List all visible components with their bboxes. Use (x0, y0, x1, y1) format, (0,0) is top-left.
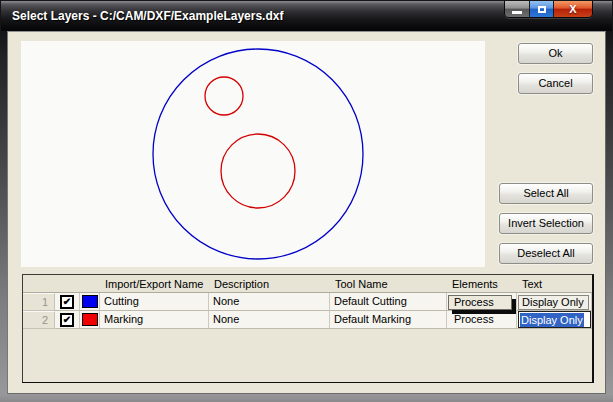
layer-color-swatch[interactable] (82, 313, 98, 326)
elements-dropdown[interactable]: Process (448, 295, 512, 310)
elements-cell[interactable]: Process (447, 311, 517, 329)
preview-circle (153, 49, 363, 259)
text-edit-field[interactable]: Display Only (518, 311, 591, 328)
name-cell[interactable]: Cutting (100, 293, 209, 311)
preview-circle (221, 134, 295, 208)
row-number: 2 (23, 311, 55, 329)
tool-name-cell[interactable]: Default Cutting (330, 293, 447, 311)
window-title: Select Layers - C:/CAM/DXF/ExampleLayers… (12, 9, 283, 23)
maximize-button[interactable] (529, 1, 553, 17)
tool-name-cell[interactable]: Default Marking (330, 311, 447, 329)
table-empty-area[interactable] (23, 329, 592, 382)
layer-checkbox[interactable]: ✔ (60, 295, 74, 309)
table-row: 1 ✔ Cutting None Default Cutting Process… (23, 293, 592, 311)
preview-svg (21, 41, 485, 267)
table-row: 2 ✔ Marking None Default Marking Process… (23, 311, 592, 329)
invert-selection-button[interactable]: Invert Selection (499, 213, 593, 234)
minimize-icon (512, 11, 522, 14)
name-cell[interactable]: Marking (100, 311, 209, 329)
maximize-icon (538, 6, 546, 13)
text-cell: Display Only (517, 311, 592, 329)
select-all-button[interactable]: Select All (499, 183, 593, 204)
header-text: Text (517, 275, 592, 293)
dialog-window: Select Layers - C:/CAM/DXF/ExampleLayers… (0, 0, 613, 402)
header-color (80, 275, 100, 293)
dialog-client-area: Ok Cancel Select All Invert Selection De… (7, 31, 606, 394)
layer-preview-canvas[interactable] (21, 41, 485, 267)
minimize-button[interactable] (505, 1, 529, 17)
layers-table: Import/Export Name Description Tool Name… (22, 274, 594, 383)
checkbox-cell: ✔ (55, 293, 80, 311)
header-elements: Elements (447, 275, 517, 293)
close-icon: X (569, 4, 576, 15)
header-checkbox (55, 275, 80, 293)
text-dropdown[interactable]: Display Only (518, 295, 589, 310)
elements-cell: Process (447, 293, 517, 311)
checkbox-cell: ✔ (55, 311, 80, 329)
deselect-all-button[interactable]: Deselect All (499, 243, 593, 264)
ok-button[interactable]: Ok (518, 43, 593, 64)
description-cell[interactable]: None (209, 293, 330, 311)
header-rownum (23, 275, 55, 293)
header-description: Description (209, 275, 330, 293)
close-button[interactable]: X (553, 1, 592, 17)
layer-color-swatch[interactable] (82, 295, 98, 308)
color-cell (80, 293, 100, 311)
check-icon: ✔ (63, 315, 71, 325)
row-number: 1 (23, 293, 55, 311)
cancel-button[interactable]: Cancel (518, 73, 593, 94)
layer-checkbox[interactable]: ✔ (60, 313, 74, 327)
title-bar[interactable]: Select Layers - C:/CAM/DXF/ExampleLayers… (1, 1, 612, 31)
description-cell[interactable]: None (209, 311, 330, 329)
header-tool-name: Tool Name (330, 275, 447, 293)
preview-circle (205, 77, 243, 115)
titlebar-button-group: X (504, 1, 593, 18)
text-cell: Display Only (517, 293, 592, 311)
selected-text: Display Only (520, 313, 584, 327)
check-icon: ✔ (63, 297, 71, 307)
color-cell (80, 311, 100, 329)
table-header-row: Import/Export Name Description Tool Name… (23, 275, 592, 293)
header-import-export-name: Import/Export Name (100, 275, 209, 293)
